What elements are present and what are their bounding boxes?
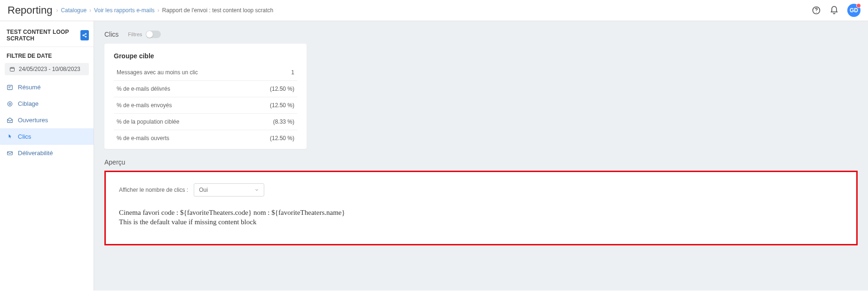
stat-row: % de e-mails ouverts (12.50 %) bbox=[114, 130, 297, 146]
sidebar-title-row: TEST CONTENT LOOP SCRATCH bbox=[0, 21, 94, 47]
calendar-icon bbox=[9, 66, 15, 72]
preview-line-2: This is the default value if missing con… bbox=[119, 217, 843, 227]
svg-rect-5 bbox=[10, 68, 15, 71]
stat-row: % de la population ciblée (8.33 %) bbox=[114, 114, 297, 130]
filters-label: Filtres bbox=[128, 31, 142, 37]
target-icon bbox=[7, 101, 13, 107]
stat-label: % de e-mails envoyés bbox=[117, 102, 172, 109]
date-filter-label: FILTRE DE DATE bbox=[0, 47, 94, 63]
svg-point-8 bbox=[9, 103, 11, 105]
stat-value: (12.50 %) bbox=[270, 135, 294, 142]
show-clicks-select[interactable]: Oui bbox=[194, 183, 264, 197]
main-content: Clics Filtres Groupe cible Messages avec… bbox=[94, 21, 868, 291]
stat-label: % de la population ciblée bbox=[117, 118, 179, 125]
svg-point-3 bbox=[86, 33, 87, 34]
breadcrumb-sep: › bbox=[89, 7, 91, 14]
bell-icon[interactable] bbox=[829, 6, 839, 15]
stat-label: % de e-mails délivrés bbox=[117, 86, 170, 92]
envelope-open-icon bbox=[7, 117, 13, 124]
preview-content: Cinema favori code : ${favoriteTheaters.… bbox=[119, 208, 843, 227]
top-header: Reporting › Catalogue › Voir les rapport… bbox=[0, 0, 868, 21]
breadcrumb-view-reports[interactable]: Voir les rapports e-mails bbox=[94, 7, 155, 14]
breadcrumb-current: Rapport de l'envoi : test content loop s… bbox=[162, 7, 273, 14]
date-range-text: 24/05/2023 - 10/08/2023 bbox=[19, 66, 80, 72]
sidebar-item-deliverabilite[interactable]: Déliverabilité bbox=[0, 145, 94, 161]
stat-value: 1 bbox=[291, 69, 294, 76]
filters-toggle-wrap: Filtres bbox=[128, 31, 161, 38]
sidebar-item-ciblage[interactable]: Ciblage bbox=[0, 95, 94, 112]
avatar[interactable]: GD bbox=[847, 4, 860, 17]
body: TEST CONTENT LOOP SCRATCH FILTRE DE DATE… bbox=[0, 21, 868, 291]
sidebar-nav: Résumé Ciblage Ouvertures Clics bbox=[0, 79, 94, 161]
sidebar-title: TEST CONTENT LOOP SCRATCH bbox=[7, 29, 80, 42]
stat-row: % de e-mails délivrés (12.50 %) bbox=[114, 81, 297, 97]
sidebar-item-label: Ciblage bbox=[18, 100, 39, 107]
preview-controls: Afficher le nombre de clics : Oui bbox=[119, 183, 843, 197]
header-left: Reporting › Catalogue › Voir les rapport… bbox=[8, 4, 273, 16]
stat-value: (12.50 %) bbox=[270, 86, 294, 92]
preview-title: Aperçu bbox=[104, 158, 858, 166]
svg-point-4 bbox=[86, 36, 87, 37]
section-header: Clics Filtres bbox=[104, 31, 858, 38]
pointer-icon bbox=[7, 134, 13, 140]
sidebar-item-clics[interactable]: Clics bbox=[0, 128, 94, 145]
show-clicks-value: Oui bbox=[199, 187, 208, 193]
page-title: Reporting bbox=[8, 4, 52, 16]
stat-value: (12.50 %) bbox=[270, 102, 294, 109]
sidebar-item-label: Déliverabilité bbox=[18, 149, 53, 157]
filters-toggle[interactable] bbox=[146, 31, 161, 38]
sidebar-item-ouvertures[interactable]: Ouvertures bbox=[0, 112, 94, 128]
summary-icon bbox=[7, 84, 13, 91]
chevron-down-icon bbox=[254, 188, 259, 192]
target-group-card: Groupe cible Messages avec au moins un c… bbox=[104, 44, 307, 149]
share-icon bbox=[82, 32, 87, 38]
stat-label: Messages avec au moins un clic bbox=[117, 69, 198, 76]
sidebar-item-resume[interactable]: Résumé bbox=[0, 79, 94, 95]
section-title: Clics bbox=[104, 31, 118, 38]
preview-panel: Afficher le nombre de clics : Oui Cinema… bbox=[104, 171, 858, 245]
sidebar-item-label: Ouvertures bbox=[18, 117, 48, 124]
envelope-icon bbox=[7, 150, 13, 157]
header-right: GD bbox=[812, 4, 860, 17]
share-button[interactable] bbox=[80, 30, 89, 40]
sidebar-item-label: Résumé bbox=[18, 84, 40, 91]
stat-label: % de e-mails ouverts bbox=[117, 135, 169, 142]
date-range-picker[interactable]: 24/05/2023 - 10/08/2023 bbox=[5, 63, 89, 75]
stat-value: (8.33 %) bbox=[273, 118, 294, 125]
stat-row: Messages avec au moins un clic 1 bbox=[114, 64, 297, 81]
breadcrumb-sep: › bbox=[56, 7, 58, 14]
preview-line-1: Cinema favori code : ${favoriteTheaters.… bbox=[119, 208, 843, 217]
card-title: Groupe cible bbox=[114, 52, 297, 60]
stat-row: % de e-mails envoyés (12.50 %) bbox=[114, 97, 297, 114]
help-icon[interactable] bbox=[812, 6, 821, 15]
breadcrumb-sep: › bbox=[158, 7, 159, 14]
show-clicks-label: Afficher le nombre de clics : bbox=[119, 187, 188, 193]
breadcrumb-catalogue[interactable]: Catalogue bbox=[61, 7, 87, 14]
svg-point-7 bbox=[8, 102, 12, 106]
sidebar-item-label: Clics bbox=[18, 133, 31, 140]
svg-point-1 bbox=[816, 12, 816, 13]
sidebar: TEST CONTENT LOOP SCRATCH FILTRE DE DATE… bbox=[0, 21, 94, 291]
breadcrumb: › Catalogue › Voir les rapports e-mails … bbox=[56, 7, 273, 14]
svg-point-2 bbox=[83, 35, 84, 36]
